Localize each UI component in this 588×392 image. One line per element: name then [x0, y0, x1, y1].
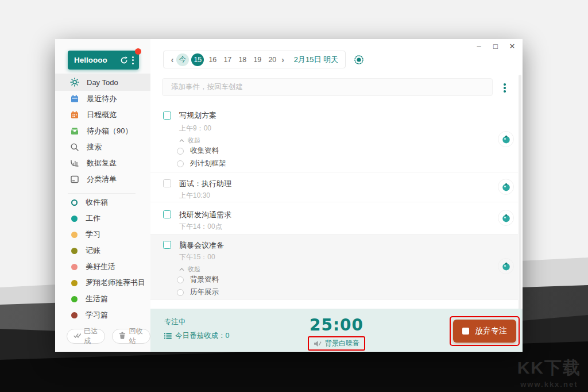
sidebar-item-data-review[interactable]: 数据复盘: [55, 155, 150, 171]
search-icon: [70, 143, 79, 152]
sidebar: Helloooo Day Todo 最近待办: [55, 39, 150, 352]
close-button[interactable]: ✕: [508, 40, 517, 52]
pomodoro-timer-icon[interactable]: [498, 179, 514, 195]
sidebar-item-search[interactable]: 搜索: [55, 139, 150, 155]
todo-row-plan-proposal[interactable]: 写规划方案 上午9：00 收起 收集资料 列计划框架: [150, 107, 518, 172]
day-pill-20[interactable]: 20: [266, 53, 278, 66]
profile-button[interactable]: Helloooo: [68, 51, 139, 70]
todo-title: 找研发沟通需求: [179, 210, 231, 220]
todo-row-brainstorm-prep[interactable]: 脑暴会议准备 下午15：00 收起 背景资料 历年展示: [150, 235, 518, 300]
todo-checkbox[interactable]: [163, 241, 171, 249]
list-dot: [71, 216, 78, 222]
daylight-sun-icon[interactable]: [353, 53, 365, 66]
subtask-circle[interactable]: [177, 160, 184, 167]
calendar-orange-icon: [70, 110, 79, 120]
todo-row-rd-communication[interactable]: 找研发沟通需求 下午14：00点: [150, 202, 518, 235]
day-pill-19[interactable]: 19: [251, 53, 264, 66]
recycle-bin-label: 回收站: [129, 326, 144, 346]
list-label: 美好生活: [86, 262, 115, 272]
chevron-up-icon: [179, 268, 184, 271]
subtask-circle[interactable]: [177, 289, 184, 296]
category-list-icon: [70, 175, 79, 184]
inbox-box-icon: [70, 126, 79, 136]
prev-day-button[interactable]: ‹: [171, 55, 174, 64]
list-dot: [71, 280, 78, 286]
sidebar-footer: 已达成 回收站: [67, 329, 150, 344]
day-pill-16[interactable]: 16: [206, 53, 219, 66]
noise-annotation-box: 背景白噪音: [308, 336, 365, 351]
subtask-row[interactable]: 历年展示: [177, 287, 219, 297]
sidebar-list-good-life[interactable]: 美好生活: [55, 259, 150, 275]
sidebar-list-inbox[interactable]: 收件箱: [55, 194, 150, 210]
todo-checkbox[interactable]: [163, 210, 171, 218]
double-check-icon: [74, 332, 81, 340]
subtask-label: 背景资料: [190, 275, 219, 285]
sidebar-item-label: 分类清单: [87, 174, 117, 185]
collapse-toggle[interactable]: 收起: [179, 265, 200, 274]
next-day-button[interactable]: ›: [281, 55, 284, 64]
list-label: 罗翔老师推荐书目: [86, 278, 145, 288]
todo-checkbox[interactable]: [163, 179, 171, 187]
sidebar-list-accounting[interactable]: 记账: [55, 243, 150, 259]
sidebar-item-todo-box[interactable]: 待办箱（90）: [55, 123, 150, 139]
todo-row-interview[interactable]: 面试：执行助理 上午10:30: [150, 172, 518, 202]
list-dot: [71, 296, 78, 302]
sidebar-list-study-chapter[interactable]: 学习篇: [55, 307, 150, 323]
maximize-button[interactable]: □: [491, 40, 500, 52]
background-noise-toggle[interactable]: 背景白噪音: [325, 339, 359, 348]
day-pill-18[interactable]: 18: [236, 53, 249, 66]
pomodoro-timer-icon[interactable]: [498, 258, 514, 274]
subtask-circle[interactable]: [177, 148, 184, 155]
todo-checkbox[interactable]: [163, 112, 171, 120]
sidebar-item-recent-todos[interactable]: 最近待办: [55, 91, 150, 107]
subtask-row[interactable]: 收集资料: [177, 146, 219, 156]
pomodoro-timer-icon[interactable]: [498, 210, 514, 226]
day-pill-15[interactable]: 15: [191, 53, 204, 66]
abandon-focus-label: 放弃专注: [475, 326, 507, 336]
subtask-row[interactable]: 背景资料: [177, 275, 219, 285]
sidebar-list-work[interactable]: 工作: [55, 210, 150, 226]
sidebar-item-label: 日程概览: [87, 110, 117, 120]
subtask-circle[interactable]: [177, 276, 184, 283]
day-pill-today[interactable]: 今: [176, 53, 189, 66]
sync-icon[interactable]: [119, 56, 128, 65]
add-event-input[interactable]: 添加事件，按回车创建: [162, 78, 493, 96]
notification-badge: [135, 48, 141, 55]
collapse-toggle[interactable]: 收起: [179, 136, 200, 145]
subtask-label: 列计划框架: [190, 159, 226, 168]
window-controls: – □ ✕: [474, 40, 517, 52]
muted-speaker-icon[interactable]: [314, 340, 322, 347]
sidebar-nav: Day Todo 最近待办 日程概览 待办箱（90）: [55, 74, 150, 187]
completed-button[interactable]: 已达成: [67, 329, 105, 344]
completed-label: 已达成: [84, 326, 98, 346]
sidebar-item-label: 数据复盘: [87, 158, 117, 168]
sidebar-list-life-chapter[interactable]: 生活篇: [55, 291, 150, 307]
list-dot: [71, 248, 78, 254]
todo-title: 写规划方案: [179, 110, 216, 121]
scrollbar[interactable]: [519, 75, 521, 343]
sidebar-item-schedule-overview[interactable]: 日程概览: [55, 107, 150, 123]
subtask-row[interactable]: 列计划框架: [177, 159, 226, 168]
pomodoro-timer-icon[interactable]: [498, 131, 514, 147]
sidebar-list-study[interactable]: 学习: [55, 226, 150, 243]
list-label: 学习篇: [86, 310, 108, 320]
recycle-bin-button[interactable]: 回收站: [112, 329, 150, 344]
day-pill-17[interactable]: 17: [221, 53, 234, 66]
sidebar-item-label: 最近待办: [87, 94, 117, 104]
date-navigation: ‹ 今 15 16 17 18 19 20 › 2月15日 明天: [163, 51, 346, 68]
profile-menu-icon[interactable]: [132, 56, 134, 64]
watermark-logo: KK下载: [517, 356, 581, 380]
focus-bar: 专注中 今日番茄收成：0 25:00 背景白噪音 放弃专注: [150, 309, 523, 352]
calendar-blue-icon: [70, 94, 79, 103]
sidebar-item-label: Day Todo: [87, 78, 118, 87]
sidebar-item-category-lists[interactable]: 分类清单: [55, 171, 150, 187]
abandon-focus-button[interactable]: 放弃专注: [453, 320, 516, 343]
sun-gear-icon: [70, 78, 79, 87]
watermark-url: www.kkx.net: [517, 380, 581, 389]
sidebar-list-book-recommendations[interactable]: 罗翔老师推荐书目: [55, 275, 150, 291]
list-dot: [71, 199, 78, 206]
list-options-menu-icon[interactable]: [502, 82, 507, 94]
sidebar-item-day-todo[interactable]: Day Todo: [55, 74, 150, 91]
list-dot: [71, 264, 78, 270]
minimize-button[interactable]: –: [474, 40, 483, 52]
